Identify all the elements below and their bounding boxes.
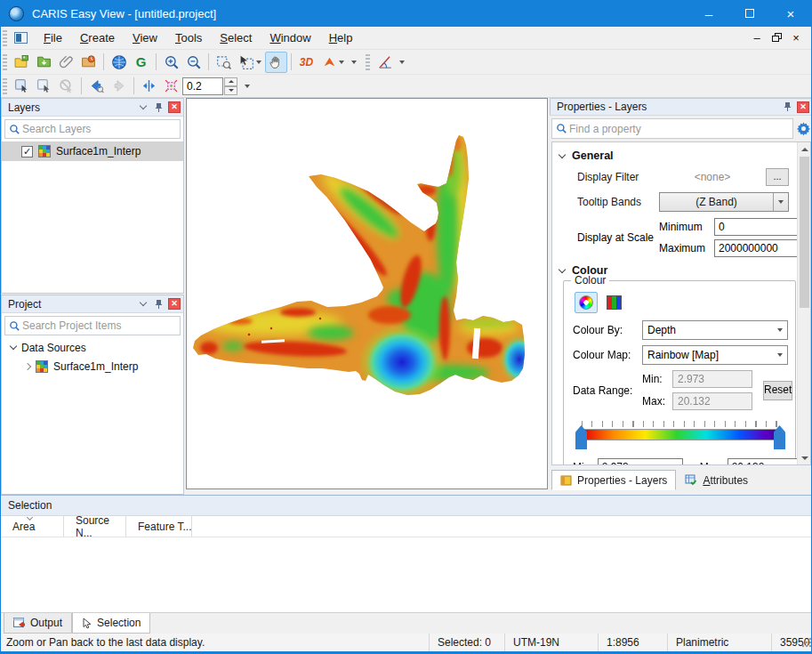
menu-item[interactable]: File (35, 28, 71, 48)
tab-attributes[interactable]: Attributes (676, 470, 757, 490)
menu-item[interactable]: Window (261, 28, 319, 48)
properties-scrollbar[interactable] (797, 142, 810, 464)
chevron-collapsed-icon[interactable] (24, 362, 31, 369)
next-extent-button[interactable] (108, 76, 130, 97)
rgb-mode-button[interactable] (602, 292, 625, 313)
property-search-box[interactable] (551, 118, 793, 139)
selection-column-header[interactable]: Feature T... (126, 516, 192, 537)
recent-data-button[interactable] (77, 52, 100, 73)
tab-properties-layers[interactable]: Properties - Layers (551, 470, 676, 490)
minimize-button[interactable]: – (688, 0, 729, 27)
layers-search-box[interactable] (4, 119, 181, 139)
deselect-by-rectangle-button[interactable] (33, 76, 55, 97)
scrollbar-thumb[interactable] (800, 157, 809, 308)
link-data-button[interactable] (55, 52, 77, 73)
mdi-restore-button[interactable] (767, 29, 786, 47)
clear-selection-button[interactable] (55, 76, 77, 97)
scroll-down-icon[interactable] (798, 451, 811, 464)
colour-map-dropdown[interactable]: Rainbow [Map] (642, 345, 788, 365)
web-map-button[interactable] (108, 52, 130, 73)
spinner-up-icon[interactable] (224, 77, 237, 86)
overflow-caret-icon (351, 61, 357, 64)
selection-table-body[interactable] (1, 537, 812, 612)
menu-items: FileCreateViewToolsSelectWindowHelp (35, 28, 361, 48)
panel-pin-button[interactable] (781, 101, 794, 113)
tree-node-data-sources[interactable]: Data Sources (2, 338, 183, 357)
menu-item[interactable]: Tools (166, 28, 211, 48)
tab-output[interactable]: Output (4, 613, 72, 634)
zoom-in-button[interactable] (160, 52, 182, 73)
view-3d-button[interactable]: 3D (295, 52, 318, 73)
panel-pin-button[interactable] (152, 298, 165, 311)
back-arrow-icon (89, 78, 104, 93)
chevron-down-icon (139, 102, 146, 109)
resize-grip-icon[interactable] (801, 637, 812, 648)
tab-selection[interactable]: Selection (72, 613, 150, 634)
toolbar-grip[interactable] (366, 54, 370, 70)
fit-width-button[interactable] (138, 76, 160, 97)
mdi-document-icon[interactable] (14, 32, 28, 44)
range-min-input[interactable] (598, 458, 683, 465)
tooltip-bands-dropdown[interactable]: (Z Band) (659, 192, 789, 212)
tree-node-surface[interactable]: Surface1m_Interp (2, 357, 183, 375)
google-earth-button[interactable]: G (130, 52, 152, 73)
panel-close-button[interactable]: ✕ (168, 298, 181, 310)
project-panel-header[interactable]: Project ✕ (2, 295, 183, 313)
section-general[interactable]: General (559, 149, 810, 162)
project-search-input[interactable] (20, 319, 176, 333)
select-by-rectangle-button[interactable] (11, 76, 33, 97)
properties-panel-header[interactable]: Properties - Layers ✕ (550, 98, 812, 116)
spinner-down-icon[interactable] (224, 86, 237, 95)
measure-angle-button[interactable] (374, 52, 396, 73)
close-button[interactable]: × (770, 0, 811, 27)
colour-by-dropdown[interactable]: Depth (642, 320, 788, 340)
measure-overflow-button[interactable] (396, 52, 406, 73)
colour-wheel-icon (579, 295, 593, 310)
pan-button[interactable] (265, 52, 287, 73)
select-tool-button[interactable] (235, 52, 265, 73)
toolbar-overflow-button[interactable] (348, 52, 358, 73)
toolbar-overflow-button[interactable] (241, 76, 252, 97)
previous-extent-button[interactable] (85, 76, 108, 97)
panel-menu-button[interactable] (136, 298, 149, 311)
select-cursor-icon (238, 54, 254, 70)
open-display-file-button[interactable] (11, 52, 33, 73)
toolbar-grip[interactable] (3, 30, 7, 46)
project-search-box[interactable] (4, 316, 181, 335)
menu-item[interactable]: Help (320, 28, 362, 48)
north-arrow-button[interactable] (318, 52, 348, 73)
scroll-up-icon[interactable] (798, 142, 811, 156)
zoom-out-icon (186, 54, 202, 70)
menu-item[interactable]: View (124, 28, 166, 48)
flash-selection-button[interactable] (160, 76, 182, 97)
toolbar-grip[interactable] (3, 78, 7, 94)
zoom-tolerance-input[interactable] (182, 77, 223, 95)
panel-close-button[interactable]: ✕ (797, 101, 809, 113)
colour-map-mode-button[interactable] (575, 292, 598, 313)
panel-close-button[interactable]: ✕ (168, 101, 181, 113)
open-data-button[interactable] (33, 52, 55, 73)
mdi-close-button[interactable]: × (786, 29, 806, 47)
layer-row[interactable]: ✓ Surface1m_Interp (2, 141, 183, 161)
chevron-expanded-icon[interactable] (10, 343, 17, 350)
display-filter-browse-button[interactable]: ... (766, 168, 789, 186)
map-viewport[interactable] (186, 98, 548, 489)
panel-pin-button[interactable] (152, 101, 165, 114)
mdi-minimize-button[interactable]: – (747, 29, 767, 47)
toolbar-grip[interactable] (3, 54, 7, 70)
layers-panel-header[interactable]: Layers ✕ (2, 99, 183, 117)
zoom-area-button[interactable] (213, 52, 235, 73)
panel-menu-button[interactable] (136, 101, 149, 114)
maximize-button[interactable] (729, 0, 770, 27)
layer-visibility-checkbox[interactable]: ✓ (21, 146, 33, 157)
menu-item[interactable]: Select (211, 28, 261, 48)
reset-button[interactable]: Reset (763, 381, 792, 400)
property-search-input[interactable] (567, 122, 789, 136)
title-bar[interactable]: CARIS Easy View - [untitled.project] – × (1, 0, 811, 27)
menu-item[interactable]: Create (71, 28, 124, 48)
tolerance-spinner[interactable] (224, 77, 237, 95)
selection-column-header[interactable]: Source N... (64, 516, 126, 537)
layers-search-input[interactable] (20, 122, 176, 136)
zoom-out-button[interactable] (182, 52, 205, 73)
gear-icon[interactable] (796, 121, 811, 136)
